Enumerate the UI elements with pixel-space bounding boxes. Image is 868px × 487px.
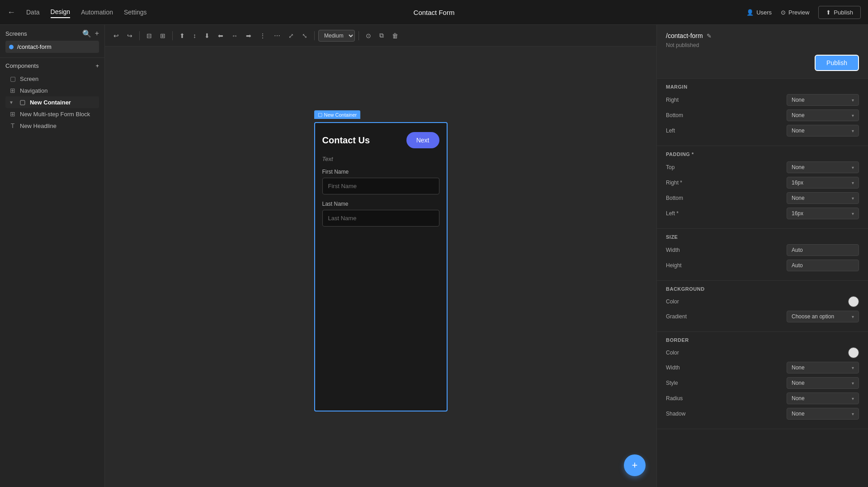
border-radius-select[interactable]: None ▾ xyxy=(787,392,859,404)
border-width-select[interactable]: None ▾ xyxy=(787,362,859,374)
bg-color-swatch[interactable] xyxy=(848,296,859,307)
last-name-input[interactable] xyxy=(322,210,439,227)
expand-icon[interactable]: ⤡ xyxy=(299,30,311,42)
screen-dot xyxy=(9,45,14,49)
users-label: Users xyxy=(756,9,772,16)
background-section: BACKGROUND Color Gradient Choose an opti… xyxy=(657,281,868,332)
padding-left-select[interactable]: 16px ▾ xyxy=(787,208,859,219)
padding-top-select[interactable]: None ▾ xyxy=(787,161,859,173)
margin-right-row: Right None ▾ xyxy=(666,94,859,106)
chevron-icon-7: ▾ xyxy=(852,211,854,216)
nav-left: ← Data Design Automation Settings xyxy=(7,6,147,18)
padding-top-label: Top xyxy=(666,164,693,170)
publish-button-top[interactable]: ⬆ Publish xyxy=(818,6,861,19)
margin-bottom-label: Bottom xyxy=(666,112,693,118)
height-input[interactable] xyxy=(787,260,859,271)
bg-color-label: Color xyxy=(666,298,693,305)
component-headline[interactable]: T New Headline xyxy=(5,120,99,132)
margin-bottom-select[interactable]: None ▾ xyxy=(787,109,859,121)
chevron-icon-9: ▾ xyxy=(852,365,854,370)
tab-automation[interactable]: Automation xyxy=(81,7,113,18)
gradient-select[interactable]: Choose an option ▾ xyxy=(787,311,859,322)
new-container-label[interactable]: ▢ New Container xyxy=(314,110,361,119)
edit-path-icon[interactable]: ✎ xyxy=(707,33,712,39)
align-bottom[interactable]: ⬇ xyxy=(201,30,213,42)
add-component-icon[interactable]: + xyxy=(95,62,99,69)
components-label: Components xyxy=(5,62,39,69)
publish-popup-button[interactable]: Publish xyxy=(815,55,859,71)
border-shadow-select[interactable]: None ▾ xyxy=(787,408,859,420)
preview-icon: ⊙ xyxy=(781,9,786,16)
fab-button[interactable]: + xyxy=(624,454,646,476)
margin-title: MARGIN xyxy=(666,84,859,90)
padding-bottom-select[interactable]: None ▾ xyxy=(787,192,859,204)
border-width-row: Width None ▾ xyxy=(666,362,859,374)
align-right[interactable]: ➡ xyxy=(243,30,255,42)
border-color-row: Color xyxy=(666,347,859,358)
delete-icon-btn[interactable]: 🗑 xyxy=(389,30,401,42)
first-name-label: First Name xyxy=(322,169,439,175)
border-radius-label: Radius xyxy=(666,395,693,402)
next-button[interactable]: Next xyxy=(406,132,439,148)
tab-design[interactable]: Design xyxy=(51,6,71,18)
layout-icon-1[interactable]: ⊟ xyxy=(143,30,155,42)
users-icon: 👤 xyxy=(746,9,754,16)
add-screen-icon[interactable]: + xyxy=(95,29,99,38)
screen-item-contact-form[interactable]: /contact-form xyxy=(5,41,99,53)
redo-button[interactable]: ↪ xyxy=(124,30,136,42)
align-hcenter[interactable]: ↔ xyxy=(228,30,241,42)
margin-section: MARGIN Right None ▾ Bottom None ▾ xyxy=(657,79,868,146)
border-shadow-val: None xyxy=(792,411,805,417)
padding-title: PADDING * xyxy=(666,151,859,157)
nav-right: 👤 Users ⊙ Preview ⬆ Publish xyxy=(746,6,861,19)
bg-color-row: Color xyxy=(666,296,859,307)
margin-right-select[interactable]: None ▾ xyxy=(787,94,859,106)
component-new-container[interactable]: ▼ ▢ New Container xyxy=(5,96,99,108)
breakpoint-select[interactable]: Medium Small Large xyxy=(318,30,355,42)
border-shadow-row: Shadow None ▾ xyxy=(666,408,859,420)
undo-button[interactable]: ↩ xyxy=(110,30,122,42)
preview-icon-btn[interactable]: ⊙ xyxy=(363,30,374,42)
chevron-icon-2: ▾ xyxy=(852,113,854,118)
padding-top-val: None xyxy=(792,164,805,170)
border-color-swatch[interactable] xyxy=(848,347,859,358)
chevron-icon-12: ▾ xyxy=(852,411,854,416)
border-title: BORDER xyxy=(666,337,859,343)
preview-label: Preview xyxy=(788,9,809,16)
border-shadow-label: Shadow xyxy=(666,411,693,417)
padding-right-row: Right * 16px ▾ xyxy=(666,177,859,189)
distribute-v[interactable]: ⋯ xyxy=(271,30,283,42)
form-header: Contact Us Next xyxy=(322,132,439,148)
copy-icon-btn[interactable]: ⧉ xyxy=(376,29,387,42)
padding-top-row: Top None ▾ xyxy=(666,161,859,173)
tab-settings[interactable]: Settings xyxy=(124,7,147,18)
component-navigation[interactable]: ⊞ Navigation xyxy=(5,85,99,96)
publish-popup: /contact-form ✎ Not published Publish xyxy=(657,25,868,79)
layout-icon-2[interactable]: ⊞ xyxy=(157,30,169,42)
border-style-select[interactable]: None ▾ xyxy=(787,377,859,389)
search-icon[interactable]: 🔍 xyxy=(82,29,91,38)
users-button[interactable]: 👤 Users xyxy=(746,9,772,16)
margin-left-select[interactable]: None ▾ xyxy=(787,125,859,137)
tab-data[interactable]: Data xyxy=(26,7,40,18)
first-name-input[interactable] xyxy=(322,178,439,194)
comp-screen-label: Screen xyxy=(20,76,38,82)
align-vcenter[interactable]: ↕ xyxy=(190,30,199,42)
border-section: BORDER Color Width None ▾ Style None xyxy=(657,332,868,429)
border-radius-row: Radius None ▾ xyxy=(666,392,859,404)
container-label-text: New Container xyxy=(324,112,357,118)
distribute-h[interactable]: ⋮ xyxy=(256,30,269,42)
width-input[interactable] xyxy=(787,244,859,256)
form-comp-icon: ⊞ xyxy=(9,110,16,118)
publish-popup-path: /contact-form xyxy=(666,32,703,39)
component-multistep-form[interactable]: ⊞ New Multi-step Form Block xyxy=(5,108,99,120)
resize-icon[interactable]: ⤢ xyxy=(285,30,297,42)
padding-bottom-label: Bottom xyxy=(666,195,693,201)
component-screen[interactable]: ▢ Screen xyxy=(5,73,99,85)
comp-headline-label: New Headline xyxy=(20,123,57,129)
align-top[interactable]: ⬆ xyxy=(176,30,188,42)
back-button[interactable]: ← xyxy=(7,8,15,17)
align-left[interactable]: ⬅ xyxy=(215,30,226,42)
padding-right-select[interactable]: 16px ▾ xyxy=(787,177,859,189)
preview-button[interactable]: ⊙ Preview xyxy=(781,9,809,16)
